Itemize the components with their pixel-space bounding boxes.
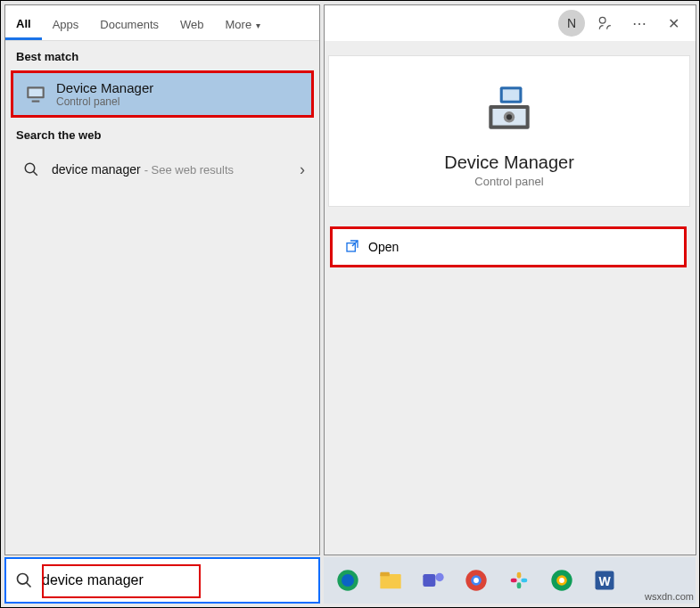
search-input-icon [6, 571, 42, 589]
svg-point-5 [599, 17, 605, 23]
chevron-down-icon: ▾ [253, 21, 260, 30]
taskbar-explorer-icon[interactable] [375, 565, 406, 596]
search-icon [18, 156, 45, 183]
taskbar-slack-icon[interactable] [504, 565, 534, 596]
user-avatar[interactable]: N [558, 10, 585, 37]
best-match-sub: Control panel [56, 95, 153, 108]
tab-all[interactable]: All [5, 8, 42, 40]
detail-sub: Control panel [474, 175, 543, 188]
svg-point-30 [559, 578, 564, 583]
web-search-result[interactable]: device manager - See web results › [5, 147, 319, 192]
best-match-header: Best match [5, 41, 319, 69]
best-match-title: Device Manager [56, 80, 153, 95]
open-label: Open [368, 240, 399, 254]
open-icon [345, 239, 359, 256]
taskbar-teams-icon[interactable] [418, 565, 449, 596]
detail-panel: N ⋯ ✕ Device Manager Control panel Open [324, 4, 696, 555]
svg-point-9 [506, 114, 512, 119]
search-tabs: All Apps Documents Web More ▾ [5, 5, 319, 41]
svg-point-23 [474, 578, 479, 583]
search-box[interactable] [4, 557, 320, 604]
svg-text:W: W [598, 574, 611, 588]
tab-web[interactable]: Web [169, 9, 215, 38]
search-input[interactable] [42, 559, 318, 602]
svg-rect-11 [503, 89, 520, 100]
feedback-icon[interactable] [592, 10, 619, 37]
open-action[interactable]: Open [330, 226, 687, 267]
watermark: wsxdn.com [645, 591, 694, 602]
svg-rect-27 [517, 582, 522, 588]
svg-rect-2 [32, 100, 40, 102]
web-result-suffix: - See web results [144, 163, 234, 177]
web-result-title: device manager [52, 162, 141, 177]
search-web-header: Search the web [5, 119, 319, 147]
svg-line-4 [33, 171, 37, 176]
close-icon[interactable]: ✕ [660, 10, 687, 37]
taskbar-chrome-icon[interactable] [461, 565, 491, 596]
detail-card: Device Manager Control panel [328, 55, 690, 207]
best-match-result[interactable]: Device Manager Control panel [11, 70, 314, 118]
detail-title: Device Manager [444, 152, 574, 173]
taskbar-edge-icon[interactable] [333, 565, 363, 596]
svg-point-13 [18, 574, 29, 585]
svg-rect-19 [423, 574, 435, 587]
svg-point-16 [342, 574, 354, 587]
taskbar: W [324, 557, 696, 604]
device-manager-large-icon [478, 78, 540, 140]
svg-rect-24 [511, 579, 517, 583]
taskbar-word-icon[interactable]: W [589, 565, 620, 596]
svg-rect-1 [29, 88, 42, 96]
svg-rect-17 [380, 574, 400, 588]
svg-rect-18 [380, 572, 390, 577]
chevron-right-icon: › [300, 160, 305, 179]
svg-line-14 [27, 583, 31, 587]
tab-documents[interactable]: Documents [89, 9, 169, 38]
tab-apps[interactable]: Apps [42, 9, 90, 38]
taskbar-chrome2-icon[interactable] [547, 565, 577, 596]
detail-header: N ⋯ ✕ [325, 5, 696, 41]
device-manager-icon [22, 81, 49, 108]
best-match-text: Device Manager Control panel [56, 80, 153, 108]
tab-more[interactable]: More ▾ [215, 9, 271, 38]
more-options-icon[interactable]: ⋯ [626, 10, 653, 37]
search-results-panel: All Apps Documents Web More ▾ Best match… [4, 4, 320, 555]
svg-point-20 [435, 573, 443, 581]
svg-rect-25 [521, 579, 527, 583]
svg-point-3 [25, 163, 35, 173]
svg-rect-26 [517, 572, 522, 579]
